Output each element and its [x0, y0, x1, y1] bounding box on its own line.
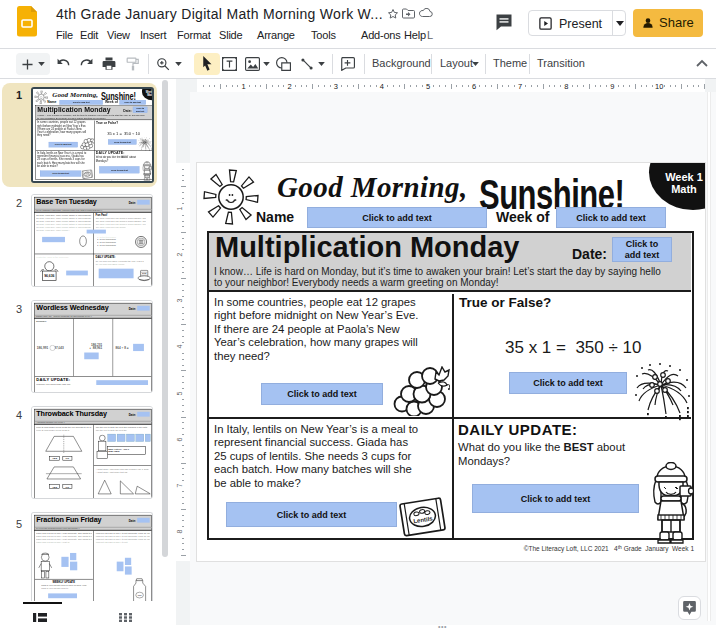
svg-text:2022: 2022 — [142, 272, 146, 274]
svg-text:96,636: 96,636 — [44, 274, 54, 278]
